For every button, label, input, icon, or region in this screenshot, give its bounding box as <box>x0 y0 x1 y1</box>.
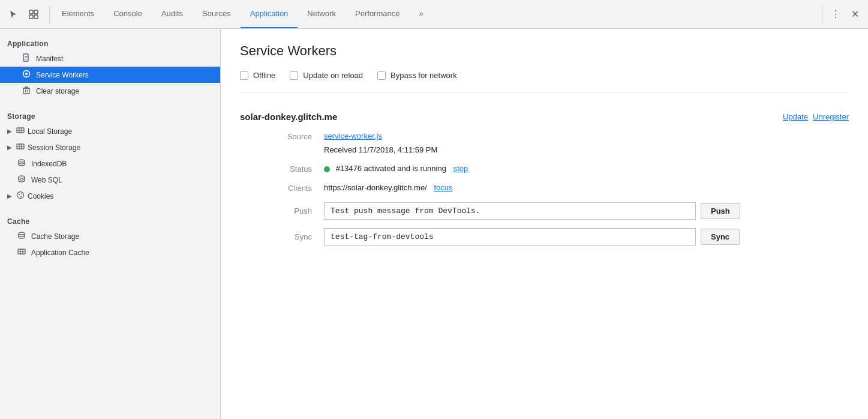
tab-elements[interactable]: Elements <box>52 0 104 28</box>
source-label: Source <box>264 131 312 141</box>
update-on-reload-label: Update on reload <box>303 71 363 80</box>
focus-link[interactable]: focus <box>434 183 452 192</box>
push-row: Push Push <box>240 202 849 220</box>
cursor-icon[interactable] <box>5 6 22 23</box>
svg-point-6 <box>25 73 28 75</box>
indexeddb-icon <box>17 158 26 169</box>
sidebar-item-local-storage[interactable]: ▶ Local Storage <box>0 123 220 139</box>
option-update-on-reload[interactable]: Update on reload <box>290 71 363 80</box>
push-input[interactable] <box>324 202 696 220</box>
update-on-reload-checkbox[interactable] <box>290 71 298 80</box>
toolbar: Elements Console Audits Sources Applicat… <box>0 0 868 29</box>
status-text: #13476 activated and is running <box>336 164 446 173</box>
stop-link[interactable]: stop <box>453 164 468 173</box>
sidebar-section-storage: Storage <box>0 106 220 123</box>
indexeddb-label: IndexedDB <box>31 160 67 168</box>
svg-rect-0 <box>29 10 33 14</box>
tab-list: Elements Console Audits Sources Applicat… <box>52 0 822 28</box>
sidebar-item-indexeddb[interactable]: IndexedDB <box>0 155 220 172</box>
cookies-label: Cookies <box>28 192 53 200</box>
option-bypass-for-network[interactable]: Bypass for network <box>377 71 457 80</box>
sidebar-item-cache-storage[interactable]: Cache Storage <box>0 228 220 244</box>
toolbar-right: ⋮ ✕ <box>822 6 863 23</box>
clients-label: Clients <box>264 183 312 193</box>
svg-rect-2 <box>29 15 33 19</box>
page-title: Service Workers <box>240 43 849 59</box>
sync-input[interactable] <box>324 228 696 246</box>
svg-point-22 <box>20 196 22 197</box>
tab-audits[interactable]: Audits <box>152 0 193 28</box>
inspect-icon[interactable] <box>25 6 42 23</box>
unregister-link[interactable]: Unregister <box>813 112 849 121</box>
sidebar-section-cache: Cache <box>0 211 220 228</box>
tab-sources[interactable]: Sources <box>193 0 241 28</box>
sync-row: Sync Sync <box>240 228 849 246</box>
cache-storage-icon <box>17 231 26 241</box>
web-sql-icon <box>17 175 26 185</box>
sidebar-item-session-storage[interactable]: ▶ Session Storage <box>0 139 220 155</box>
sidebar-item-clear-storage-label: Clear storage <box>36 87 79 95</box>
tab-overflow[interactable]: » <box>409 0 433 28</box>
svg-point-20 <box>17 192 24 199</box>
tab-console[interactable]: Console <box>104 0 152 28</box>
tab-performance[interactable]: Performance <box>346 0 409 28</box>
source-file-link[interactable]: service-worker.js <box>324 131 382 140</box>
option-offline[interactable]: Offline <box>240 71 275 80</box>
svg-point-24 <box>19 232 25 235</box>
sidebar: Application Manifest Service Workers <box>0 29 221 419</box>
sidebar-item-manifest-label: Manifest <box>36 55 63 63</box>
worker-domain: solar-donkey.glitch.me <box>240 112 337 122</box>
session-storage-icon <box>16 142 25 152</box>
cache-storage-label: Cache Storage <box>31 232 79 241</box>
content-area: Service Workers Offline Update on reload… <box>221 29 868 419</box>
cookies-arrow: ▶ <box>7 193 12 199</box>
clients-url: https://solar-donkey.glitch.me/ <box>324 183 427 192</box>
session-storage-label: Session Storage <box>28 143 80 152</box>
session-storage-arrow: ▶ <box>7 144 12 151</box>
clear-storage-icon <box>22 86 31 96</box>
sync-button[interactable]: Sync <box>701 229 740 245</box>
status-label: Status <box>264 164 312 173</box>
main-layout: Application Manifest Service Workers <box>0 29 868 419</box>
worker-clients-row: Clients https://solar-donkey.glitch.me/ … <box>240 183 849 193</box>
sidebar-item-web-sql[interactable]: Web SQL <box>0 172 220 188</box>
worker-actions: Update Unregister <box>783 112 849 121</box>
worker-source-row: Source service-worker.js Received 11/7/2… <box>240 131 849 154</box>
options-row: Offline Update on reload Bypass for netw… <box>240 71 849 92</box>
application-cache-label: Application Cache <box>31 249 89 257</box>
application-cache-icon <box>17 247 26 258</box>
manifest-icon <box>22 53 31 64</box>
push-label: Push <box>264 206 312 216</box>
sidebar-item-manifest[interactable]: Manifest <box>0 50 220 67</box>
local-storage-label: Local Storage <box>28 127 72 136</box>
service-workers-icon <box>22 70 31 80</box>
svg-point-19 <box>19 176 25 178</box>
bypass-for-network-checkbox[interactable] <box>377 71 386 80</box>
status-value: #13476 activated and is running stop <box>324 164 849 173</box>
svg-rect-1 <box>34 10 38 14</box>
update-link[interactable]: Update <box>783 112 808 121</box>
tab-application[interactable]: Application <box>241 0 298 28</box>
offline-label: Offline <box>253 71 275 80</box>
sidebar-item-service-workers[interactable]: Service Workers <box>0 67 220 83</box>
push-button[interactable]: Push <box>701 203 740 219</box>
received-value: Received 11/7/2018, 4:11:59 PM <box>324 145 437 154</box>
toolbar-icons <box>5 6 50 23</box>
svg-point-21 <box>19 194 20 195</box>
local-storage-icon <box>16 126 25 136</box>
sidebar-item-cookies[interactable]: ▶ Cookies <box>0 188 220 204</box>
svg-rect-3 <box>34 15 38 19</box>
worker-status-row: Status #13476 activated and is running s… <box>240 164 849 173</box>
offline-checkbox[interactable] <box>240 71 248 80</box>
local-storage-arrow: ▶ <box>7 128 12 134</box>
more-options-button[interactable]: ⋮ <box>827 6 844 23</box>
status-dot <box>324 166 330 172</box>
cookies-icon <box>16 191 25 201</box>
sidebar-item-application-cache[interactable]: Application Cache <box>0 244 220 261</box>
sync-label: Sync <box>264 232 312 241</box>
close-button[interactable]: ✕ <box>846 6 863 23</box>
sidebar-item-clear-storage[interactable]: Clear storage <box>0 83 220 99</box>
clients-value: https://solar-donkey.glitch.me/ focus <box>324 183 849 192</box>
tab-network[interactable]: Network <box>298 0 346 28</box>
svg-point-18 <box>19 160 25 162</box>
